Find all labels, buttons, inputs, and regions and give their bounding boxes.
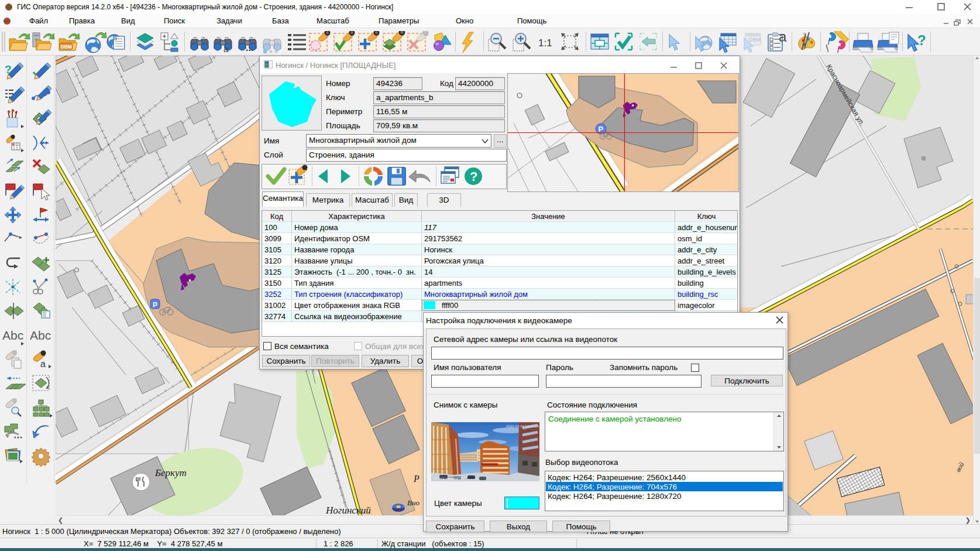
svg-text:DBM: DBM — [749, 37, 761, 43]
svg-text:2022-02-14 14:42:14: 2022-02-14 14:42:14 — [506, 425, 539, 428]
svg-text:Беркут: Беркут — [154, 467, 187, 478]
svg-text:a: a — [223, 44, 229, 53]
svg-text:a: a — [779, 31, 787, 45]
svg-text:IP PTZ Camera: IP PTZ Camera — [434, 477, 458, 481]
svg-text:Abc: Abc — [30, 328, 51, 342]
svg-text:?: ? — [470, 169, 477, 184]
svg-text:?: ? — [917, 32, 926, 48]
svg-text:1:1: 1:1 — [538, 37, 552, 49]
svg-text:Ногинский: Ногинский — [325, 505, 371, 515]
svg-text:P: P — [153, 301, 157, 309]
svg-text:Вно: Вно — [407, 498, 419, 507]
svg-text:DBM: DBM — [61, 44, 72, 50]
svg-text:Abc: Abc — [2, 328, 23, 342]
svg-text:...: ... — [246, 43, 253, 53]
svg-text:Р: Р — [413, 474, 419, 484]
svg-text:P: P — [599, 125, 604, 134]
svg-text:a: a — [40, 359, 46, 369]
